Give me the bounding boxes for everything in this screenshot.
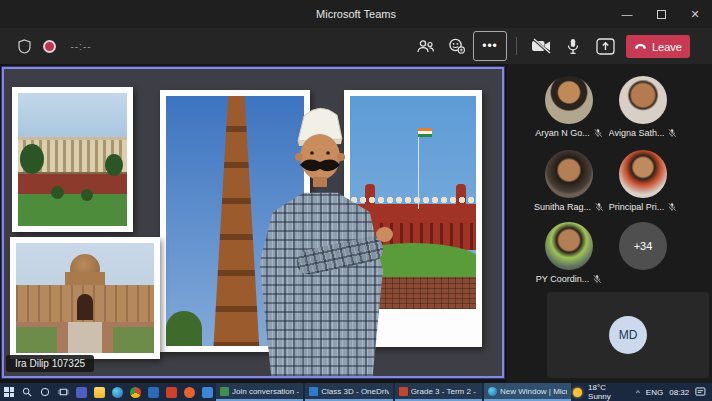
self-initials-avatar: MD — [609, 316, 647, 354]
windows-logo-icon — [4, 387, 14, 397]
participant-avatar[interactable] — [619, 150, 667, 198]
presenter-video-stage[interactable]: Ira Dilip 107325 — [2, 67, 504, 378]
maximize-button[interactable] — [644, 0, 678, 28]
shield-icon — [14, 28, 34, 64]
language-indicator[interactable]: ENG — [646, 388, 663, 397]
meeting-toolbar: --:-- ••• Leave — [0, 28, 712, 64]
window-controls: — ✕ — [610, 0, 712, 28]
taskbar-teams-icon[interactable] — [72, 383, 90, 401]
participant-avatar[interactable] — [545, 76, 593, 124]
cortana-button[interactable] — [36, 383, 54, 401]
maximize-icon — [657, 10, 666, 19]
participant-avatar[interactable] — [545, 222, 593, 270]
leave-label: Leave — [652, 41, 682, 53]
app-icon — [309, 387, 318, 396]
presenter-name-label: Ira Dilip 107325 — [6, 355, 94, 372]
mic-off-icon — [667, 202, 677, 212]
camera-off-button[interactable] — [528, 28, 554, 64]
recording-indicator-icon — [39, 28, 59, 64]
clock[interactable]: 08:32 — [669, 388, 689, 397]
more-actions-button[interactable]: ••• — [473, 31, 507, 61]
hangup-phone-icon — [634, 43, 647, 50]
taskbar-onedrive-icon[interactable] — [198, 383, 216, 401]
participant-avatar[interactable] — [545, 150, 593, 198]
teams-app-window: Microsoft Teams — ✕ --:-- ••• — [0, 0, 712, 401]
mic-off-icon — [667, 128, 677, 138]
reactions-button[interactable] — [444, 28, 468, 64]
taskbar-powerpoint-icon[interactable] — [162, 383, 180, 401]
participant-label: Principal Pri... — [597, 202, 689, 212]
windows-taskbar: Join conversation - G... Class 3D - OneD… — [0, 383, 712, 401]
app-icon — [220, 387, 229, 396]
taskbar-chrome-icon[interactable] — [126, 383, 144, 401]
participant-avatar[interactable] — [619, 76, 667, 124]
app-icon — [488, 387, 497, 396]
taskbar-window-grade3-term2[interactable]: Grade 3 - Term 2 - MR... — [395, 383, 482, 401]
title-bar: Microsoft Teams — ✕ — [0, 0, 712, 28]
cortana-icon — [40, 387, 50, 397]
tray-chevron-icon[interactable]: ^ — [636, 388, 640, 397]
close-button[interactable]: ✕ — [678, 0, 712, 28]
participants-sidebar: Aryan N Go... Avigna Sath... Sunitha Rag… — [507, 64, 712, 383]
app-icon — [399, 387, 408, 396]
action-center-icon[interactable] — [695, 387, 706, 397]
taskbar-file-explorer-icon[interactable] — [90, 383, 108, 401]
taskbar-outlook-icon[interactable] — [144, 383, 162, 401]
weather-sun-icon — [573, 388, 582, 397]
ellipsis-icon: ••• — [482, 39, 498, 53]
system-tray: 18°C Sunny ^ ENG 08:32 — [573, 383, 712, 401]
mic-off-icon — [592, 274, 602, 284]
start-button[interactable] — [0, 383, 18, 401]
participant-label: Avigna Sath... — [597, 128, 689, 138]
share-screen-button[interactable] — [592, 28, 618, 64]
weather-text[interactable]: 18°C Sunny — [588, 383, 630, 401]
taskbar-window-new-window-microsoft[interactable]: New Window | Micros... — [484, 383, 571, 401]
self-video-tile[interactable]: MD — [547, 292, 709, 378]
parliament-house-photo — [12, 87, 133, 232]
taskbar-window-join-conversation[interactable]: Join conversation - G... — [216, 383, 303, 401]
participant-label: PY Coordin... — [523, 274, 615, 284]
taskbar-edge-icon[interactable] — [108, 383, 126, 401]
show-participants-button[interactable] — [413, 28, 437, 64]
rashtrapati-bhavan-photo — [10, 237, 160, 359]
taskbar-window-class-3d-onedrive[interactable]: Class 3D - OneDrive -... — [305, 383, 392, 401]
meeting-timer: --:-- — [64, 28, 98, 64]
task-view-button[interactable] — [54, 383, 72, 401]
taskbar-browser-icon[interactable] — [180, 383, 198, 401]
search-icon — [22, 387, 32, 397]
search-button[interactable] — [18, 383, 36, 401]
task-view-icon — [58, 387, 69, 397]
indian-flag — [418, 128, 432, 137]
toolbar-divider — [516, 37, 517, 55]
leave-button[interactable]: Leave — [626, 35, 690, 58]
minimize-button[interactable]: — — [610, 0, 644, 28]
overflow-participants-badge[interactable]: +34 — [619, 222, 667, 270]
microphone-button[interactable] — [561, 28, 585, 64]
window-title: Microsoft Teams — [316, 8, 396, 20]
presenter-child — [238, 95, 403, 376]
